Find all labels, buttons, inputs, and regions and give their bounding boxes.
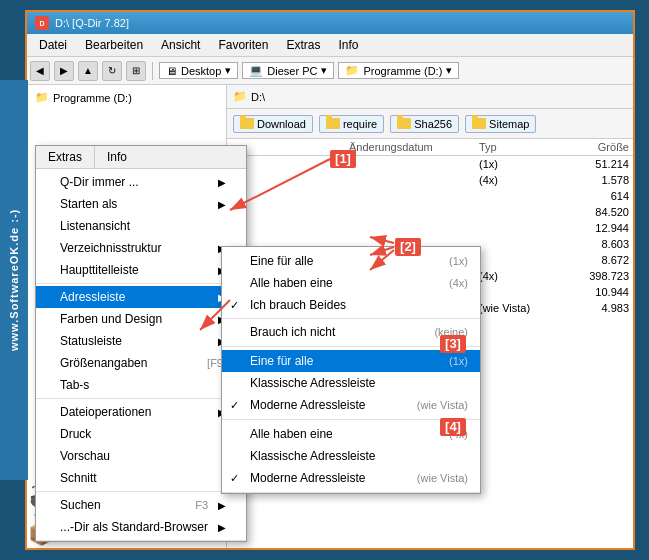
ctx-item-browser[interactable]: ...-Dir als Standard-Browser ▶	[36, 516, 246, 538]
breadcrumb-bar: 📁 D:\	[227, 85, 633, 109]
ctx-item-label: Adressleiste	[60, 290, 125, 304]
sub-item-klassisch-4[interactable]: Klassische Adressleiste	[222, 445, 480, 467]
ctx-arrow: ▶	[218, 522, 226, 533]
table-row[interactable]: (4x)1.578	[227, 172, 633, 188]
ctx-item-farben[interactable]: Farben und Design ▶	[36, 308, 246, 330]
ctx-item-qdir[interactable]: Q-Dir immer ... ▶	[36, 171, 246, 193]
ctx-item-listenansicht[interactable]: Listenansicht	[36, 215, 246, 237]
sub-section-4: Alle haben eine (4x) Klassische Adressle…	[222, 420, 480, 493]
col-size-header[interactable]: Größe	[559, 141, 629, 153]
view-button[interactable]: ⊞	[126, 61, 146, 81]
drive-dropdown[interactable]: 📁 Programme (D:) ▾	[338, 62, 459, 79]
ctx-item-label: Schnitt	[60, 471, 97, 485]
folder-download[interactable]: Download	[233, 115, 313, 133]
submenu: Eine für alle (1x) Alle haben eine (4x) …	[221, 246, 481, 494]
app-icon: D	[35, 16, 49, 30]
ctx-section-3: Dateioperationen ▶ Druck Vorschau Schnit…	[36, 399, 246, 492]
col-date-header[interactable]: Änderungsdatum	[349, 141, 479, 153]
desktop-label: Desktop	[181, 65, 221, 77]
ctx-item-label: Farben und Design	[60, 312, 162, 326]
ctx-item-label: Q-Dir immer ...	[60, 175, 139, 189]
breadcrumb: D:\	[251, 91, 265, 103]
menu-favoriten[interactable]: Favoriten	[210, 36, 276, 54]
col-type-header[interactable]: Typ	[479, 141, 559, 153]
sub-item-label: Alle haben eine	[250, 276, 333, 290]
ctx-item-label: Statusleiste	[60, 334, 122, 348]
ctx-tabs: Extras Info	[36, 146, 246, 169]
ctx-item-druck[interactable]: Druck	[36, 423, 246, 445]
ctx-shortcut-suchen: F3	[195, 499, 208, 511]
sub-item-modern-3[interactable]: ✓ Moderne Adressleiste (wie Vista)	[222, 394, 480, 416]
menu-ansicht[interactable]: Ansicht	[153, 36, 208, 54]
table-row[interactable]: 12.944	[227, 220, 633, 236]
ctx-item-label: Listenansicht	[60, 219, 130, 233]
ctx-section-1: Q-Dir immer ... ▶ Starten als ▶ Listenan…	[36, 169, 246, 284]
sub-count: (wie Vista)	[417, 399, 468, 411]
sub-item-alle[interactable]: Alle haben eine (4x)	[222, 272, 480, 294]
back-button[interactable]: ◀	[30, 61, 50, 81]
refresh-button[interactable]: ↻	[102, 61, 122, 81]
up-button[interactable]: ▲	[78, 61, 98, 81]
ctx-item-label: Verzeichnisstruktur	[60, 241, 161, 255]
col-name-header[interactable]	[231, 141, 349, 153]
forward-button[interactable]: ▶	[54, 61, 74, 81]
watermark: www.SoftwareOK.de :-)	[0, 80, 28, 480]
menu-extras[interactable]: Extras	[278, 36, 328, 54]
menu-datei[interactable]: Datei	[31, 36, 75, 54]
ctx-item-tabs[interactable]: Tab-s	[36, 374, 246, 396]
ctx-tab-info[interactable]: Info	[95, 146, 139, 168]
table-row[interactable]: 614	[227, 188, 633, 204]
ctx-item-starten[interactable]: Starten als ▶	[36, 193, 246, 215]
drive-label: Programme (D:)	[363, 65, 442, 77]
folder-icon	[240, 118, 254, 129]
ctx-section-2: Adressleiste ▶ Farben und Design ▶ Statu…	[36, 284, 246, 399]
ctx-item-groesse[interactable]: Größenangaben [F9]	[36, 352, 246, 374]
folder-require-label: require	[343, 118, 377, 130]
sub-count: (1x)	[449, 355, 468, 367]
sub-count: (4x)	[449, 428, 468, 440]
sub-count: (4x)	[449, 277, 468, 289]
sub-item-allehaben-header[interactable]: Alle haben eine (4x)	[222, 423, 480, 445]
sub-item-label: Klassische Adressleiste	[250, 376, 375, 390]
sub-separator	[222, 318, 480, 319]
sub-item-label: Eine für alle	[250, 254, 313, 268]
tree-root-label: Programme (D:)	[53, 92, 132, 104]
ctx-item-verzeichnis[interactable]: Verzeichnisstruktur ▶	[36, 237, 246, 259]
sub-count: (1x)	[449, 255, 468, 267]
ctx-item-suchen[interactable]: Suchen F3 ▶	[36, 494, 246, 516]
sub-item-modern-4[interactable]: ✓ Moderne Adressleiste (wie Vista)	[222, 467, 480, 489]
ctx-item-adressleiste[interactable]: Adressleiste ▶	[36, 286, 246, 308]
folder-download-label: Download	[257, 118, 306, 130]
sub-item-brauch-nicht[interactable]: Brauch ich nicht (keine)	[222, 321, 480, 343]
thispc-dropdown[interactable]: 💻 Dieser PC ▾	[242, 62, 334, 79]
tree-root[interactable]: 📁 Programme (D:)	[31, 89, 222, 106]
thispc-label: Dieser PC	[267, 65, 317, 77]
folder-sitemap[interactable]: Sitemap	[465, 115, 536, 133]
sub-item-klassisch-3[interactable]: Klassische Adressleiste	[222, 372, 480, 394]
ctx-item-dateiop[interactable]: Dateioperationen ▶	[36, 401, 246, 423]
sub-item-eine[interactable]: Eine für alle (1x)	[222, 250, 480, 272]
sub-item-beides[interactable]: ✓ Ich brauch Beides	[222, 294, 480, 316]
ctx-item-label: Starten als	[60, 197, 117, 211]
table-row[interactable]: 84.520	[227, 204, 633, 220]
context-menu-overlay: Extras Info Q-Dir immer ... ▶ Starten al…	[35, 145, 247, 542]
desktop-dropdown[interactable]: 🖥 Desktop ▾	[159, 62, 238, 79]
sub-item-label: Ich brauch Beides	[250, 298, 346, 312]
ctx-item-status[interactable]: Statusleiste ▶	[36, 330, 246, 352]
menu-bearbeiten[interactable]: Bearbeiten	[77, 36, 151, 54]
menu-info[interactable]: Info	[330, 36, 366, 54]
folder-icon	[472, 118, 486, 129]
table-row[interactable]: (1x)51.214	[227, 156, 633, 172]
sub-section-3: Eine für alle (1x) Klassische Adressleis…	[222, 347, 480, 420]
sub-item-label: Moderne Adressleiste	[250, 471, 365, 485]
folder-require[interactable]: require	[319, 115, 384, 133]
ctx-tab-extras[interactable]: Extras	[36, 146, 95, 168]
ctx-item-haupttitel[interactable]: Haupttitelleiste ▶	[36, 259, 246, 281]
ctx-item-vorschau[interactable]: Vorschau	[36, 445, 246, 467]
sub-item-einefueralle-header[interactable]: Eine für alle (1x)	[222, 350, 480, 372]
window-title: D:\ [Q-Dir 7.82]	[55, 17, 129, 29]
ctx-item-schnitt[interactable]: Schnitt	[36, 467, 246, 489]
folder-sha256[interactable]: Sha256	[390, 115, 459, 133]
ctx-item-label: Haupttitelleiste	[60, 263, 139, 277]
files-toolbar: Download require Sha256 Sitemap	[227, 109, 633, 139]
